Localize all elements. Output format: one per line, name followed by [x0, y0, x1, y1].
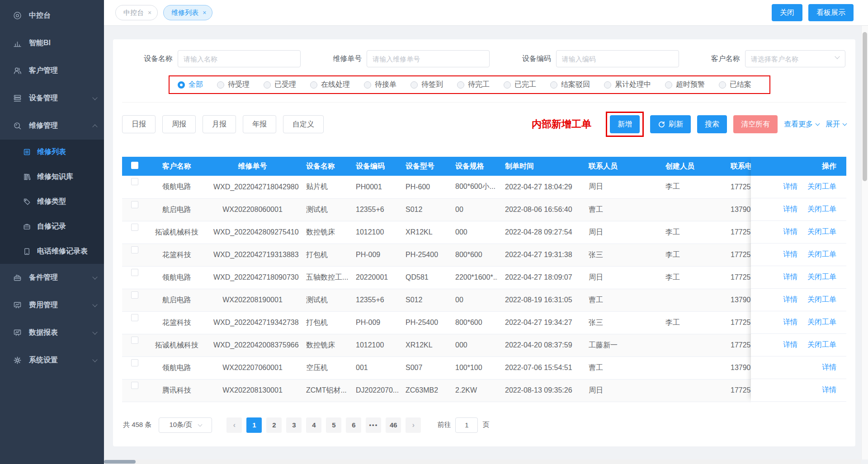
page-button-2[interactable]: 2: [266, 417, 282, 433]
row-checkbox[interactable]: [131, 246, 138, 253]
refresh-button[interactable]: 刷新: [650, 115, 691, 133]
page-size-select[interactable]: 10条/页: [159, 417, 212, 433]
page-button-5[interactable]: 5: [326, 417, 341, 433]
sidebar-item-customers[interactable]: 客户管理: [0, 57, 104, 84]
filter-input-2[interactable]: [556, 50, 679, 67]
row-checkbox[interactable]: [131, 314, 138, 321]
board-display-button[interactable]: 看板展示: [808, 4, 854, 21]
vertical-scrollbar[interactable]: [861, 26, 868, 459]
detail-link[interactable]: 详情: [783, 205, 797, 214]
status-radio-3[interactable]: 在线处理: [310, 80, 350, 89]
search-button[interactable]: 搜索: [697, 115, 727, 133]
sidebar-item-spare-parts[interactable]: 备件管理: [0, 264, 104, 291]
select-input[interactable]: [745, 50, 845, 67]
detail-link[interactable]: 详情: [822, 363, 836, 372]
select-all-checkbox[interactable]: [131, 162, 138, 169]
page-button-1[interactable]: 1: [246, 417, 262, 433]
sidebar-item-smart-bi[interactable]: 智能BI: [0, 29, 104, 57]
report-button-2[interactable]: 月报: [203, 115, 236, 133]
row-checkbox[interactable]: [131, 382, 138, 389]
sidebar-item-settings[interactable]: 系统设置: [0, 347, 104, 374]
customer-name-select[interactable]: [745, 50, 845, 67]
detail-link[interactable]: 详情: [783, 272, 797, 282]
close-order-link[interactable]: 关闭工单: [807, 295, 836, 305]
status-radio-5[interactable]: 待签到: [410, 80, 443, 89]
vertical-scrollbar-thumb[interactable]: [863, 32, 867, 181]
detail-link[interactable]: 详情: [822, 385, 836, 395]
sidebar-item-repair[interactable]: 维修管理: [0, 112, 104, 140]
row-checkbox[interactable]: [131, 178, 138, 185]
row-checkbox[interactable]: [131, 201, 138, 208]
close-button[interactable]: 关闭: [772, 4, 802, 21]
status-radio-10[interactable]: 超时预警: [665, 80, 705, 89]
sidebar-item-console[interactable]: 中控台: [0, 2, 104, 29]
sidebar-item-data-reports[interactable]: 数据报表: [0, 319, 104, 347]
row-checkbox[interactable]: [131, 291, 138, 299]
row-checkbox[interactable]: [131, 269, 138, 276]
column-header-device_name: 设备名称: [299, 157, 349, 176]
prev-page-button[interactable]: ‹: [226, 417, 242, 433]
row-checkbox[interactable]: [131, 337, 138, 344]
sidebar-item-repair-list[interactable]: 维修列表: [0, 140, 104, 164]
horizontal-scrollbar-thumb[interactable]: [104, 460, 136, 464]
close-order-link[interactable]: 关闭工单: [807, 272, 836, 282]
cell-device_model: XR12KL: [398, 221, 448, 244]
close-order-link[interactable]: 关闭工单: [807, 340, 836, 350]
detail-link[interactable]: 详情: [783, 182, 797, 192]
operation-row: 详情关闭工单: [751, 266, 846, 289]
clear-all-button[interactable]: 清空所有: [733, 115, 778, 133]
cell-created_at: 2022-04-27 19:34:27: [498, 311, 581, 334]
tab-list: 中控台×维修列表×: [115, 5, 212, 20]
page-button-46[interactable]: 46: [386, 417, 401, 433]
page-button-6[interactable]: 6: [346, 417, 361, 433]
add-button[interactable]: 新增: [610, 115, 640, 133]
report-button-4[interactable]: 自定义: [283, 115, 324, 133]
detail-link[interactable]: 详情: [783, 318, 797, 327]
goto-page-input[interactable]: [455, 417, 478, 433]
detail-link[interactable]: 详情: [783, 250, 797, 259]
sidebar-item-repair-knowledge[interactable]: 维修知识库: [0, 164, 104, 189]
report-button-3[interactable]: 年报: [243, 115, 276, 133]
page-ellipsis[interactable]: •••: [366, 417, 381, 433]
status-radio-11[interactable]: 已结案: [719, 80, 751, 89]
sidebar-item-phone-repair-records[interactable]: 电话维修记录表: [0, 239, 104, 264]
report-button-0[interactable]: 日报: [122, 115, 156, 133]
close-order-link[interactable]: 关闭工单: [807, 182, 836, 192]
status-radio-1[interactable]: 待受理: [217, 80, 250, 89]
next-page-button[interactable]: ›: [406, 417, 421, 433]
cell-device_model: PH-25400: [398, 244, 448, 266]
view-more-link[interactable]: 查看更多: [784, 120, 819, 129]
sidebar-item-label: 中控台: [29, 11, 51, 20]
row-checkbox[interactable]: [131, 359, 138, 366]
expand-link[interactable]: 展开: [826, 120, 846, 129]
status-radio-6[interactable]: 待完工: [457, 80, 490, 89]
row-checkbox[interactable]: [131, 224, 138, 231]
status-radio-2[interactable]: 已受理: [264, 80, 296, 89]
close-order-link[interactable]: 关闭工单: [807, 205, 836, 214]
page-button-3[interactable]: 3: [286, 417, 302, 433]
close-icon[interactable]: ×: [148, 9, 151, 16]
detail-link[interactable]: 详情: [783, 340, 797, 350]
status-radio-7[interactable]: 已完工: [504, 80, 536, 89]
status-radio-0[interactable]: 全部: [178, 80, 203, 89]
sidebar-item-repair-type[interactable]: 维修类型: [0, 189, 104, 214]
filter-input-0[interactable]: [178, 50, 301, 67]
report-button-1[interactable]: 周报: [162, 115, 196, 133]
status-radio-8[interactable]: 结案驳回: [550, 80, 590, 89]
status-radio-4[interactable]: 待接单: [364, 80, 396, 89]
sidebar-item-devices[interactable]: 设备管理: [0, 84, 104, 112]
detail-link[interactable]: 详情: [783, 295, 797, 305]
tab-0[interactable]: 中控台×: [115, 5, 158, 20]
page-button-4[interactable]: 4: [306, 417, 321, 433]
close-icon[interactable]: ×: [203, 9, 206, 16]
status-radio-9[interactable]: 累计处理中: [604, 80, 651, 89]
filter-input-1[interactable]: [367, 50, 490, 67]
sidebar-item-self-repair[interactable]: 自修记录: [0, 214, 104, 239]
tab-active[interactable]: 维修列表×: [163, 5, 212, 20]
detail-link[interactable]: 详情: [783, 227, 797, 237]
horizontal-scrollbar[interactable]: [104, 459, 861, 464]
close-order-link[interactable]: 关闭工单: [807, 250, 836, 259]
close-order-link[interactable]: 关闭工单: [807, 318, 836, 327]
close-order-link[interactable]: 关闭工单: [807, 227, 836, 237]
sidebar-item-fees[interactable]: 费用管理: [0, 291, 104, 319]
